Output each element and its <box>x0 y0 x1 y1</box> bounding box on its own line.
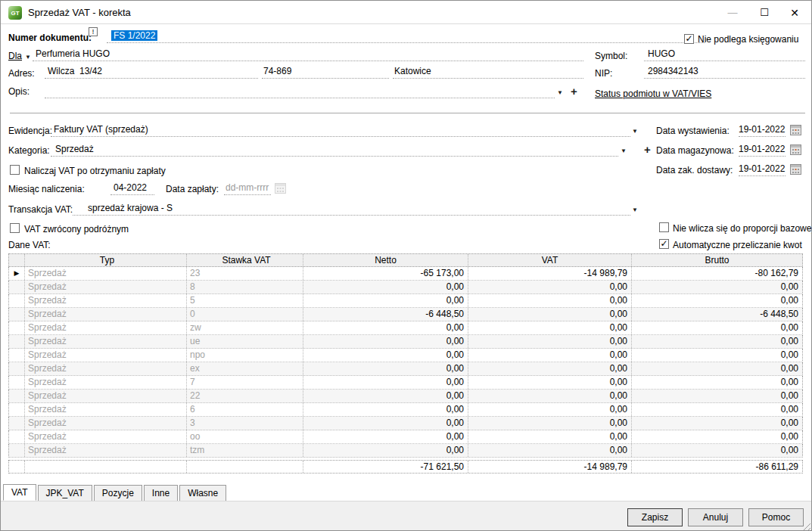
opis-caret-icon[interactable]: ▼ <box>557 89 563 96</box>
adres-postal-field[interactable]: 74-869 <box>262 66 389 79</box>
row-brutto-cell: 0,00 <box>632 403 802 416</box>
help-button[interactable]: Pomoc <box>748 508 804 526</box>
symbol-label: Symbol: <box>595 51 627 61</box>
ewidencja-field[interactable]: Faktury VAT (sprzedaż) <box>51 124 630 137</box>
button-bar: Zapisz Anuluj Pomoc <box>1 501 811 531</box>
table-row[interactable]: Sprzedaż 6 0,00 0,00 0,00 <box>8 403 803 417</box>
adres-street-field[interactable]: Wilcza 13/42 <box>45 66 258 79</box>
table-row[interactable]: Sprzedaż 5 0,00 0,00 0,00 <box>8 294 803 308</box>
row-stawka-cell: ue <box>187 335 303 348</box>
data-magazynowa-field[interactable]: 19-01-2022 <box>739 144 786 157</box>
row-vat-cell: 0,00 <box>468 281 632 293</box>
tab-własne[interactable]: Własne <box>179 485 226 501</box>
dla-field[interactable]: Perfumeria HUGO <box>33 48 583 61</box>
opis-add-icon[interactable]: + <box>571 87 577 96</box>
title-bar: GT Sprzedaż VAT - korekta — ☐ ✕ <box>1 1 811 24</box>
row-vat-cell: 0,00 <box>468 349 632 362</box>
table-row[interactable]: Sprzedaż oo 0,00 0,00 0,00 <box>8 430 803 444</box>
row-vat-cell: 0,00 <box>468 417 632 430</box>
kategoria-caret-icon[interactable]: ▼ <box>621 148 627 154</box>
kategoria-add-icon[interactable]: + <box>644 145 651 154</box>
summary-stawka-cell <box>187 461 303 473</box>
col-header-stawka[interactable]: Stawka VAT <box>187 254 303 266</box>
col-header-netto[interactable]: Netto <box>303 254 468 266</box>
row-typ-cell: Sprzedaż <box>25 417 187 430</box>
opis-field[interactable] <box>45 85 555 98</box>
row-selector-cell <box>9 444 25 457</box>
row-stawka-cell: 7 <box>187 376 303 389</box>
vat-table-body: ▶ Sprzedaż 23 -65 173,00 -14 989,79 -80 … <box>8 267 803 458</box>
calendar-icon[interactable] <box>790 144 801 155</box>
data-wystawienia-field[interactable]: 19-01-2022 <box>739 124 786 137</box>
data-zak-dostawy-field[interactable]: 19-01-2022 <box>739 163 786 176</box>
tab-vat[interactable]: VAT <box>3 484 36 501</box>
table-row[interactable]: ▶ Sprzedaż 23 -65 173,00 -14 989,79 -80 … <box>8 267 803 281</box>
row-stawka-cell: 5 <box>187 294 303 307</box>
table-row[interactable]: Sprzedaż 7 0,00 0,00 0,00 <box>8 376 803 390</box>
transakcja-vat-label: Transakcja VAT: <box>8 204 73 215</box>
nip-field[interactable]: 2984342143 <box>644 66 805 79</box>
dane-vat-label: Dane VAT: <box>8 240 51 250</box>
col-header-vat[interactable]: VAT <box>468 254 632 266</box>
maximize-icon[interactable]: ☐ <box>749 1 779 24</box>
row-netto-cell: 0,00 <box>303 294 468 307</box>
row-brutto-cell: 0,00 <box>632 349 802 362</box>
data-zaplaty-field[interactable]: dd-mm-rrrr <box>224 182 271 195</box>
row-typ-cell: Sprzedaż <box>25 444 187 457</box>
adres-label: Adres: <box>8 68 35 79</box>
nie-wlicza-checkbox[interactable] <box>659 222 669 232</box>
table-row[interactable]: Sprzedaż tzm 0,00 0,00 0,00 <box>8 444 803 458</box>
row-selector-header <box>9 254 25 266</box>
automatyczne-checkbox[interactable]: ✓ <box>659 239 669 249</box>
naliczaj-vat-checkbox[interactable] <box>10 165 20 175</box>
tab-jpk_vat[interactable]: JPK_VAT <box>38 485 92 501</box>
row-brutto-cell: 0,00 <box>632 362 802 375</box>
row-selector-cell <box>9 349 25 362</box>
calendar-icon[interactable] <box>790 125 801 135</box>
row-netto-cell: -65 173,00 <box>303 267 468 280</box>
dla-dropdown-label[interactable]: Dla <box>8 51 22 61</box>
table-row[interactable]: Sprzedaż 3 0,00 0,00 0,00 <box>8 417 803 430</box>
table-row[interactable]: Sprzedaż npo 0,00 0,00 0,00 <box>8 349 803 362</box>
close-icon[interactable]: ✕ <box>779 1 810 24</box>
vat-zwrocony-checkbox[interactable] <box>10 223 20 233</box>
row-selector-cell <box>9 390 25 402</box>
row-brutto-cell: 0,00 <box>632 417 802 430</box>
vat-table-header: Typ Stawka VAT Netto VAT Brutto <box>8 253 803 267</box>
row-typ-cell: Sprzedaż <box>25 390 187 402</box>
miesiac-naliczenia-field[interactable]: 04-2022 <box>110 182 154 195</box>
calendar-icon-disabled <box>275 183 286 194</box>
transakcja-caret-icon[interactable]: ▼ <box>632 206 638 213</box>
table-row[interactable]: Sprzedaż 8 0,00 0,00 0,00 <box>8 281 803 294</box>
table-row[interactable]: Sprzedaż ex 0,00 0,00 0,00 <box>8 362 803 376</box>
row-brutto-cell: 0,00 <box>632 294 802 307</box>
symbol-field[interactable]: HUGO <box>644 48 805 61</box>
section-divider <box>10 113 805 113</box>
vat-vies-status-link[interactable]: Status podmiotu w VAT/VIES <box>595 88 711 99</box>
row-typ-cell: Sprzedaż <box>25 294 187 307</box>
table-row[interactable]: Sprzedaż zw 0,00 0,00 0,00 <box>8 321 803 335</box>
dla-caret-icon[interactable]: ▼ <box>25 54 31 61</box>
col-header-typ[interactable]: Typ <box>25 254 187 266</box>
info-flag-button[interactable]: ! <box>89 27 98 36</box>
data-magazynowa-label: Data magazynowa: <box>656 145 734 156</box>
row-netto-cell: 0,00 <box>303 281 468 293</box>
save-button[interactable]: Zapisz <box>627 508 683 526</box>
ewidencja-caret-icon[interactable]: ▼ <box>632 128 638 135</box>
table-row[interactable]: Sprzedaż 0 -6 448,50 0,00 -6 448,50 <box>8 308 803 321</box>
table-row[interactable]: Sprzedaż ue 0,00 0,00 0,00 <box>8 335 803 349</box>
row-netto-cell: 0,00 <box>303 335 468 348</box>
nie-podlega-label: Nie podlega księgowaniu <box>698 34 798 45</box>
col-header-brutto[interactable]: Brutto <box>632 254 802 266</box>
calendar-icon[interactable] <box>790 164 801 175</box>
tab-inne[interactable]: Inne <box>144 485 178 501</box>
cancel-button[interactable]: Anuluj <box>688 508 743 526</box>
adres-city-field[interactable]: Katowice <box>393 66 583 79</box>
kategoria-field[interactable]: Sprzedaż <box>51 144 618 157</box>
tab-pozycje[interactable]: Pozycje <box>94 485 142 501</box>
table-row[interactable]: Sprzedaż 22 0,00 0,00 0,00 <box>8 390 803 403</box>
nie-podlega-checkbox[interactable]: ✓ <box>684 34 694 44</box>
row-stawka-cell: 8 <box>187 281 303 293</box>
transakcja-vat-field[interactable]: sprzedaż krajowa - S <box>73 203 630 216</box>
document-number-field[interactable]: FS 1/2022 <box>107 30 705 43</box>
